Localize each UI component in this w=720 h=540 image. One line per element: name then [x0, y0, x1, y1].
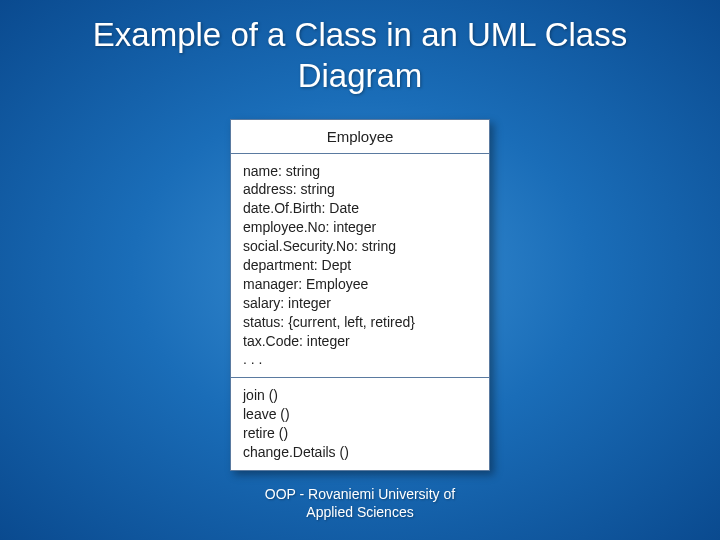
uml-attr: department: Dept [243, 256, 477, 275]
slide-footer: OOP - Rovaniemi University of Applied Sc… [0, 485, 720, 521]
uml-attr: date.Of.Birth: Date [243, 199, 477, 218]
uml-class-box: Employee name: string address: string da… [230, 119, 490, 471]
uml-attr: name: string [243, 162, 477, 181]
uml-attr: social.Security.No: string [243, 237, 477, 256]
uml-attributes: name: string address: string date.Of.Bir… [231, 154, 489, 379]
uml-op: join () [243, 386, 477, 405]
uml-attr: . . . [243, 350, 477, 369]
uml-op: change.Details () [243, 443, 477, 462]
uml-op: retire () [243, 424, 477, 443]
footer-line: Applied Sciences [0, 503, 720, 521]
uml-attr: employee.No: integer [243, 218, 477, 237]
uml-attr: status: {current, left, retired} [243, 313, 477, 332]
uml-class-name: Employee [231, 120, 489, 154]
uml-operations: join () leave () retire () change.Detail… [231, 378, 489, 470]
uml-attr: salary: integer [243, 294, 477, 313]
footer-line: OOP - Rovaniemi University of [0, 485, 720, 503]
uml-attr: manager: Employee [243, 275, 477, 294]
uml-attr: tax.Code: integer [243, 332, 477, 351]
uml-op: leave () [243, 405, 477, 424]
uml-attr: address: string [243, 180, 477, 199]
slide-title: Example of a Class in an UML Class Diagr… [0, 0, 720, 105]
uml-container: Employee name: string address: string da… [0, 119, 720, 471]
